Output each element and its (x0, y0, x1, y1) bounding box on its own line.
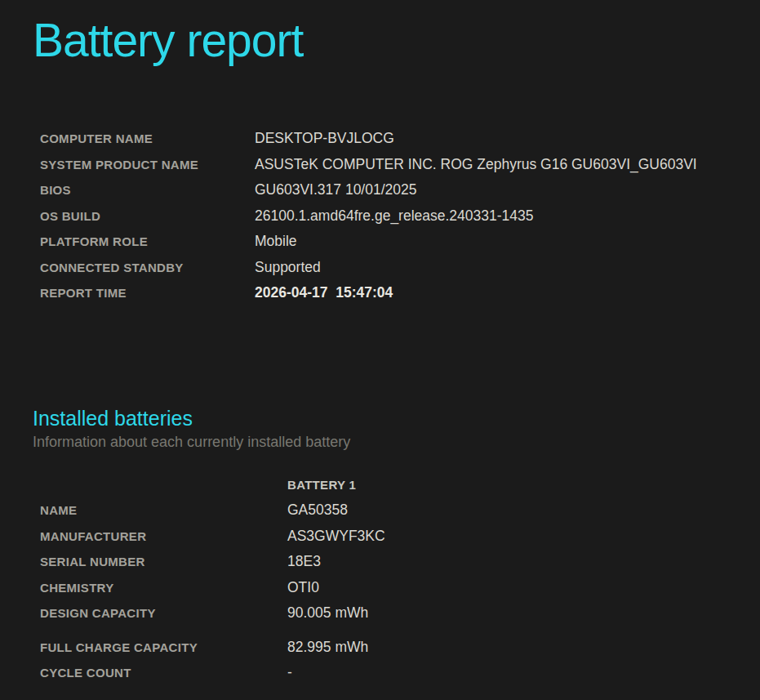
table-header-row: BATTERY 1 (40, 472, 760, 498)
table-row: MANUFACTURER AS3GWYF3KC (40, 524, 760, 550)
table-row: DESIGN CAPACITY 90.005 mWh (40, 600, 760, 626)
row-value: GA50358 (287, 502, 348, 519)
section-heading: Installed batteries (33, 406, 760, 430)
row-label: SERIAL NUMBER (40, 555, 287, 568)
row-label: PLATFORM ROLE (40, 234, 255, 248)
row-label: CHEMISTRY (40, 581, 287, 595)
battery-info-table: BATTERY 1 NAME GA50358 MANUFACTURER AS3G… (40, 472, 760, 686)
installed-batteries-section: Installed batteries Information about ea… (33, 406, 760, 451)
table-row: CHEMISTRY OTI0 (40, 575, 760, 601)
report-time-value: 2026-04-17 15:47:04 (255, 284, 393, 301)
row-value: 82.995 mWh (287, 639, 368, 656)
row-value: GU603VI.317 10/01/2025 (255, 181, 417, 198)
row-label: BIOS (40, 183, 255, 197)
row-label: FULL CHARGE CAPACITY (40, 640, 287, 654)
row-value: ASUSTeK COMPUTER INC. ROG Zephyrus G16 G… (255, 156, 697, 173)
battery-column-header: BATTERY 1 (287, 478, 356, 492)
row-label: SYSTEM PRODUCT NAME (40, 158, 255, 172)
table-row: CYCLE COUNT - (40, 660, 760, 686)
table-row: PLATFORM ROLE Mobile (40, 229, 760, 255)
row-value: OTI0 (287, 579, 319, 596)
table-row-report-time: REPORT TIME 2026-04-17 15:47:04 (40, 280, 760, 306)
row-label: NAME (40, 503, 287, 517)
table-row: OS BUILD 26100.1.amd64fre.ge_release.240… (40, 203, 760, 230)
row-value: AS3GWYF3KC (287, 528, 385, 545)
row-value: - (287, 664, 292, 681)
table-row: FULL CHARGE CAPACITY 82.995 mWh (40, 635, 760, 661)
row-value: 90.005 mWh (287, 604, 368, 622)
table-row: SERIAL NUMBER 18E3 (40, 549, 760, 575)
row-label: OS BUILD (40, 209, 255, 223)
row-value: DESKTOP-BVJLOCG (255, 130, 394, 147)
table-row: COMPUTER NAME DESKTOP-BVJLOCG (40, 126, 760, 152)
row-value: Supported (255, 259, 321, 276)
table-row: BIOS GU603VI.317 10/01/2025 (40, 177, 760, 203)
table-row: CONNECTED STANDBY Supported (40, 255, 760, 281)
table-row: SYSTEM PRODUCT NAME ASUSTeK COMPUTER INC… (40, 152, 760, 178)
row-label: CONNECTED STANDBY (40, 261, 255, 274)
battery-report-page: Battery report COMPUTER NAME DESKTOP-BVJ… (0, 0, 760, 700)
section-subtitle: Information about each currently install… (33, 434, 760, 451)
row-value: 26100.1.amd64fre.ge_release.240331-1435 (255, 207, 534, 225)
row-label: DESIGN CAPACITY (40, 606, 287, 620)
row-value: Mobile (255, 233, 297, 250)
row-label: REPORT TIME (40, 286, 255, 300)
row-value: 18E3 (287, 553, 321, 570)
row-label: MANUFACTURER (40, 529, 287, 543)
table-row: NAME GA50358 (40, 497, 760, 524)
row-label: COMPUTER NAME (40, 132, 255, 145)
page-title: Battery report (33, 13, 760, 67)
row-label: CYCLE COUNT (40, 666, 287, 680)
system-info-table: COMPUTER NAME DESKTOP-BVJLOCG SYSTEM PRO… (40, 126, 760, 306)
